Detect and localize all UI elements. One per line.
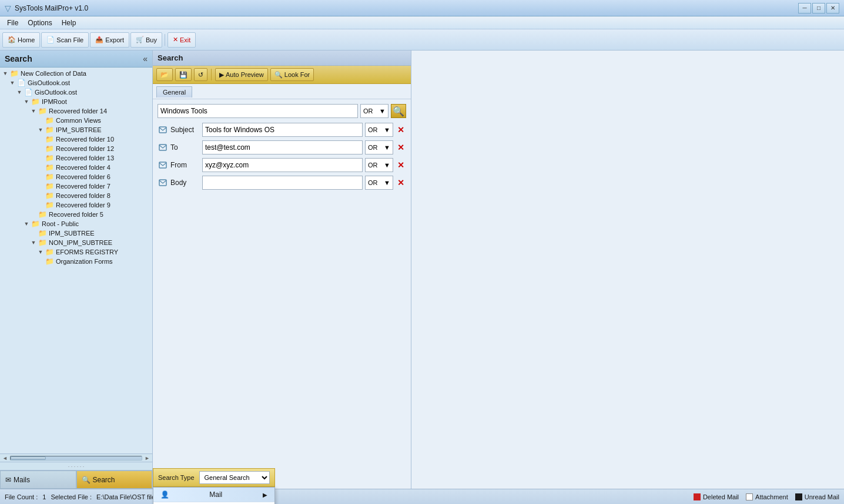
menu-help[interactable]: Help bbox=[57, 18, 81, 28]
tree-item-non-ipm[interactable]: ▼📁NON_IPM_SUBTREE bbox=[1, 238, 151, 247]
tree-item-recovered7[interactable]: 📁Recovered folder 7 bbox=[1, 182, 151, 191]
tree-item-org-forms[interactable]: 📁Organization Forms bbox=[1, 257, 151, 266]
tree-item-new-collection[interactable]: ▼📁New Collection of Data bbox=[1, 69, 151, 78]
center-panel: Search 📂 💾 ↺ ▶ Auto Preview 🔍 Look For G… bbox=[153, 51, 411, 489]
from-or-dropdown[interactable]: OR ▼ bbox=[365, 158, 393, 172]
maximize-button[interactable]: □ bbox=[812, 3, 825, 14]
mail-submenu-label: Mail bbox=[209, 490, 222, 499]
tree-item-gisoutlook-ost-1[interactable]: ▼📄GisOutlook.ost bbox=[1, 78, 151, 88]
tree-item-ipm-subtree-2[interactable]: 📁IPM_SUBTREE bbox=[1, 229, 151, 238]
tree-item-root-public[interactable]: ▼📁Root - Public bbox=[1, 219, 151, 229]
minimize-button[interactable]: ─ bbox=[798, 3, 811, 14]
tree-item-recovered10[interactable]: 📁Recovered folder 10 bbox=[1, 135, 151, 144]
horizontal-scrollbar[interactable]: ◄ ► bbox=[0, 453, 152, 462]
save-search-button[interactable]: 💾 bbox=[175, 68, 192, 81]
close-button[interactable]: ✕ bbox=[826, 3, 839, 14]
tree-item-recovered5[interactable]: 📁Recovered folder 5 bbox=[1, 210, 151, 219]
attachment-dot bbox=[746, 493, 753, 500]
search-form: OR ▼ 🔍 Subject OR ▼ ✕ bbox=[153, 99, 411, 472]
unread-mail-indicator: Unread Mail bbox=[795, 493, 839, 500]
app-title: SysTools MailPro+ v1.0 bbox=[15, 4, 88, 12]
folder-icon: 📁 bbox=[38, 229, 47, 237]
subject-or-dropdown[interactable]: OR ▼ bbox=[365, 123, 393, 137]
or-arrow: ▼ bbox=[379, 107, 386, 115]
folder-icon: 📄 bbox=[24, 88, 33, 96]
from-or-arrow: ▼ bbox=[384, 162, 390, 169]
left-panel-title: Search bbox=[5, 54, 32, 63]
tree-label: Recovered folder 4 bbox=[56, 164, 110, 171]
tab-search[interactable]: 🔍 Search bbox=[76, 471, 153, 489]
folder-icon: 📁 bbox=[45, 116, 54, 125]
search-go-button[interactable]: 🔍 bbox=[391, 104, 406, 118]
subject-delete-button[interactable]: ✕ bbox=[396, 125, 406, 135]
scan-file-button[interactable]: 📄 Scan File bbox=[41, 32, 89, 48]
export-button[interactable]: 📤 Export bbox=[90, 32, 129, 48]
tree-item-ipmroot[interactable]: ▼📁IPMRoot bbox=[1, 97, 151, 106]
body-input[interactable] bbox=[202, 176, 363, 190]
expand-icon: ▼ bbox=[9, 80, 15, 86]
tree-item-gisoutlook-ost-2[interactable]: ▼📄GisOutlook.ost bbox=[1, 88, 151, 97]
tab-bar: General bbox=[153, 84, 411, 99]
tree-item-recovered14[interactable]: ▼📁Recovered folder 14 bbox=[1, 106, 151, 116]
from-delete-button[interactable]: ✕ bbox=[396, 160, 406, 170]
folder-icon: 📁 bbox=[45, 173, 54, 181]
auto-preview-label: Auto Preview bbox=[226, 71, 264, 78]
tree-label: EFORMS REGISTRY bbox=[56, 248, 118, 256]
scroll-thumb[interactable] bbox=[11, 456, 46, 460]
unread-mail-label: Unread Mail bbox=[805, 493, 839, 500]
folder-icon: 📁 bbox=[45, 257, 54, 266]
save-icon: 💾 bbox=[179, 71, 187, 79]
open-search-button[interactable]: 📂 bbox=[156, 68, 173, 81]
body-delete-button[interactable]: ✕ bbox=[396, 177, 406, 188]
folder-icon: 📁 bbox=[45, 154, 54, 162]
tree-item-recovered12[interactable]: 📁Recovered folder 12 bbox=[1, 144, 151, 153]
mail-submenu-item[interactable]: 👤 Mail ▶ bbox=[153, 488, 274, 502]
subject-input[interactable] bbox=[202, 123, 363, 137]
to-input[interactable] bbox=[202, 140, 363, 154]
tab-mails[interactable]: ✉ Mails bbox=[0, 471, 76, 489]
from-input[interactable] bbox=[202, 158, 363, 172]
search-type-select[interactable]: General Search Exact Match bbox=[199, 471, 270, 484]
folder-icon: 📁 bbox=[45, 191, 54, 200]
home-button[interactable]: 🏠 Home bbox=[2, 32, 40, 48]
statusbar: File Count : 1 Selected File : E:\Data F… bbox=[0, 489, 844, 504]
folder-icon: 📁 bbox=[45, 182, 54, 190]
body-icon bbox=[158, 177, 168, 188]
exit-button[interactable]: ✕ Exit bbox=[168, 32, 196, 48]
buy-button[interactable]: 🛒 Buy bbox=[130, 32, 162, 48]
tree-item-common-views[interactable]: 📁Common Views bbox=[1, 116, 151, 125]
toolbar: 🏠 Home 📄 Scan File 📤 Export 🛒 Buy ✕ Exit bbox=[0, 29, 844, 51]
search-toolbar: 📂 💾 ↺ ▶ Auto Preview 🔍 Look For bbox=[153, 66, 411, 84]
tree-label: Recovered folder 9 bbox=[56, 201, 110, 209]
tree-item-recovered4[interactable]: 📁Recovered folder 4 bbox=[1, 163, 151, 172]
tree-item-eforms[interactable]: ▼📁EFORMS REGISTRY bbox=[1, 247, 151, 257]
to-or-dropdown[interactable]: OR ▼ bbox=[365, 140, 393, 154]
general-tab-pill[interactable]: General bbox=[156, 86, 192, 98]
look-for-button[interactable]: 🔍 Look For bbox=[270, 68, 314, 81]
tree-item-recovered8[interactable]: 📁Recovered folder 8 bbox=[1, 191, 151, 200]
search-type-bar: Search Type General Search Exact Match bbox=[153, 468, 275, 487]
menu-options[interactable]: Options bbox=[23, 18, 56, 28]
tree-item-recovered13[interactable]: 📁Recovered folder 13 bbox=[1, 153, 151, 163]
body-or-dropdown[interactable]: OR ▼ bbox=[365, 176, 393, 190]
look-for-label: Look For bbox=[284, 71, 310, 78]
criteria-row-subject: Subject OR ▼ ✕ bbox=[158, 123, 406, 137]
main-or-dropdown[interactable]: OR ▼ bbox=[360, 104, 388, 118]
tree-label: IPMRoot bbox=[42, 98, 67, 105]
selected-file-label: Selected File : bbox=[51, 493, 92, 500]
collapse-button[interactable]: « bbox=[143, 54, 148, 63]
main-search-input[interactable] bbox=[158, 104, 358, 118]
tree-item-ipm-subtree-1[interactable]: ▼📁IPM_SUBTREE bbox=[1, 125, 151, 135]
expand-icon: ▼ bbox=[2, 70, 8, 76]
auto-preview-button[interactable]: ▶ Auto Preview bbox=[215, 68, 268, 81]
titlebar-left: ▽ SysTools MailPro+ v1.0 bbox=[5, 4, 88, 13]
tree-item-recovered6[interactable]: 📁Recovered folder 6 bbox=[1, 172, 151, 182]
folder-tree: ▼📁New Collection of Data▼📄GisOutlook.ost… bbox=[0, 68, 152, 453]
left-panel: Search « ▼📁New Collection of Data▼📄GisOu… bbox=[0, 51, 153, 489]
svg-rect-0 bbox=[159, 127, 166, 133]
add-criteria-area: 👤 Add Criteria ▼ Search Type General Sea… bbox=[153, 472, 411, 489]
to-delete-button[interactable]: ✕ bbox=[396, 142, 406, 153]
refresh-search-button[interactable]: ↺ bbox=[194, 68, 207, 81]
tree-item-recovered9[interactable]: 📁Recovered folder 9 bbox=[1, 200, 151, 210]
menu-file[interactable]: File bbox=[2, 18, 23, 28]
